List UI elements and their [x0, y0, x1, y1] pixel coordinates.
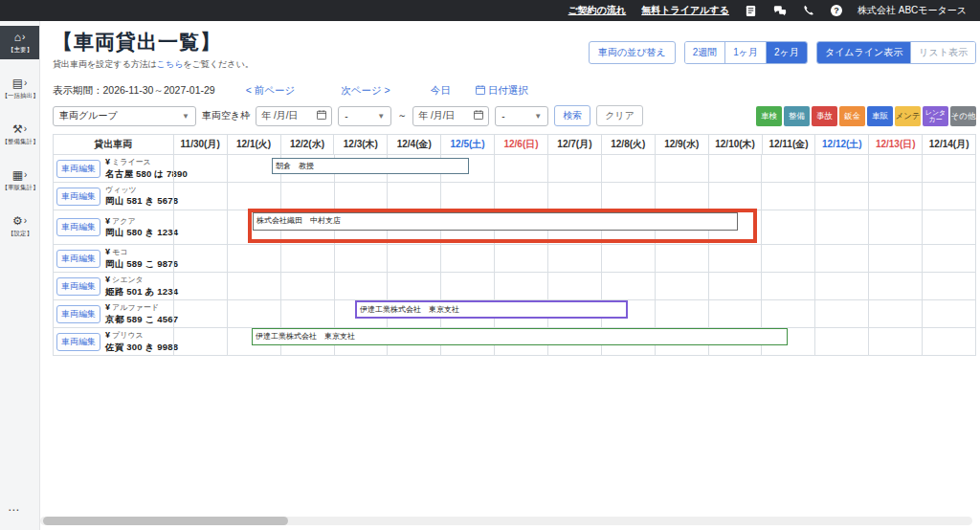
legend-button[interactable]: 整備 [784, 106, 810, 126]
vehicle-edit-button[interactable]: 車両編集 [56, 188, 100, 206]
day-cell[interactable] [280, 300, 334, 327]
end-date-input[interactable]: 年 /月/日 [412, 106, 489, 126]
day-cell[interactable] [868, 328, 922, 355]
date-select-link[interactable]: 日付選択 [476, 84, 528, 98]
day-cell[interactable] [761, 245, 814, 272]
day-cell[interactable] [868, 245, 922, 272]
view-button[interactable]: タイムライン表示 [817, 42, 910, 63]
day-cell[interactable] [547, 273, 601, 299]
help-icon[interactable]: ? [831, 5, 842, 16]
day-cell[interactable] [868, 183, 922, 210]
day-cell[interactable] [173, 300, 227, 327]
free-trial-link[interactable]: 無料トライアルする [641, 4, 729, 17]
day-cell[interactable] [173, 183, 227, 210]
day-cell[interactable] [814, 183, 868, 210]
start-time-select[interactable]: - ▼ [338, 106, 391, 126]
day-cell[interactable] [922, 328, 975, 355]
gantt-bar[interactable]: 株式会社織田 中村支店 [253, 212, 738, 231]
vehicle-edit-button[interactable]: 車両編集 [56, 218, 100, 236]
day-cell[interactable] [868, 273, 922, 299]
day-cell[interactable] [655, 183, 708, 210]
vehicle-edit-button[interactable]: 車両編集 [56, 333, 100, 351]
vehicle-group-select[interactable]: 車両グループ ▼ [53, 106, 196, 126]
day-cell[interactable] [440, 245, 494, 272]
clear-button[interactable]: クリア [596, 105, 643, 126]
day-cell[interactable] [708, 300, 762, 327]
day-cell[interactable] [708, 273, 762, 299]
sidebar-item[interactable]: ▤›【一括抽出】 [0, 72, 39, 105]
day-cell[interactable] [761, 273, 814, 299]
legend-button[interactable]: 鈑金 [839, 106, 865, 126]
start-date-input[interactable]: 年 /月/日 [256, 106, 332, 126]
gantt-bar[interactable]: 伊達工業株式会社 東京支社 [355, 300, 628, 319]
help-here-link[interactable]: こちら [157, 59, 184, 69]
day-cell[interactable] [547, 183, 601, 210]
range-button[interactable]: 1ヶ月 [724, 42, 766, 63]
day-cell[interactable] [334, 273, 388, 299]
day-cell[interactable] [814, 210, 868, 244]
day-cell[interactable] [868, 155, 922, 182]
prev-page-link[interactable]: < 前ページ [246, 84, 296, 98]
day-cell[interactable] [922, 155, 975, 182]
sidebar-item[interactable]: ⚙›【設定】 [0, 210, 39, 243]
range-button[interactable]: 2ヶ月 [766, 42, 807, 63]
day-cell[interactable] [601, 245, 655, 272]
today-link[interactable]: 今日 [431, 84, 451, 98]
day-cell[interactable] [814, 155, 868, 182]
vehicle-edit-button[interactable]: 車両編集 [56, 305, 100, 323]
day-cell[interactable] [547, 245, 601, 272]
day-cell[interactable] [922, 300, 975, 327]
day-cell[interactable] [814, 328, 868, 355]
legend-button[interactable]: レンタカー [923, 106, 948, 126]
gantt-bar[interactable]: 伊達工業株式会社 東京支社 [252, 328, 788, 345]
horizontal-scrollbar[interactable] [40, 517, 972, 525]
day-cell[interactable] [922, 210, 975, 244]
day-cell[interactable] [173, 155, 227, 182]
day-cell[interactable] [440, 183, 494, 210]
day-cell[interactable] [814, 300, 868, 327]
day-cell[interactable] [494, 273, 547, 299]
day-cell[interactable] [868, 210, 922, 244]
vehicle-edit-button[interactable]: 車両編集 [56, 250, 100, 268]
sidebar-item[interactable]: ⌂›【主要】 [0, 26, 39, 59]
vehicle-edit-button[interactable]: 車両編集 [56, 277, 100, 296]
day-cell[interactable] [387, 273, 440, 299]
day-cell[interactable] [922, 183, 975, 210]
day-cell[interactable] [761, 300, 814, 327]
day-cell[interactable] [387, 183, 440, 210]
day-cell[interactable] [655, 155, 708, 182]
day-cell[interactable] [334, 183, 388, 210]
day-cell[interactable] [494, 183, 547, 210]
day-cell[interactable] [922, 245, 975, 272]
day-cell[interactable] [280, 183, 334, 210]
day-cell[interactable] [494, 245, 547, 272]
search-button[interactable]: 検索 [554, 105, 590, 126]
legend-button[interactable]: メンテ [895, 106, 921, 126]
day-cell[interactable] [547, 155, 601, 182]
day-cell[interactable] [761, 183, 814, 210]
end-time-select[interactable]: - ▼ [495, 106, 548, 126]
sidebar-more-button[interactable]: ⋯ [8, 503, 20, 517]
day-cell[interactable] [173, 273, 227, 299]
day-cell[interactable] [601, 273, 655, 299]
day-cell[interactable] [655, 273, 708, 299]
day-cell[interactable] [601, 183, 655, 210]
day-cell[interactable] [708, 183, 762, 210]
day-cell[interactable] [280, 245, 334, 272]
day-cell[interactable] [494, 155, 547, 182]
day-cell[interactable] [922, 273, 975, 299]
day-cell[interactable] [440, 273, 494, 299]
day-cell[interactable] [173, 245, 227, 272]
day-cell[interactable] [868, 300, 922, 327]
day-cell[interactable] [655, 245, 708, 272]
day-cell[interactable] [601, 155, 655, 182]
vehicle-sort-button[interactable]: 車両の並び替え [589, 41, 676, 64]
phone-icon[interactable] [802, 4, 815, 17]
day-cell[interactable] [227, 300, 280, 327]
day-cell[interactable] [814, 245, 868, 272]
next-page-link[interactable]: 次ページ > [341, 84, 390, 98]
note-icon[interactable] [745, 4, 758, 17]
sidebar-item[interactable]: ⚒›【整備集計】 [0, 118, 39, 151]
day-cell[interactable] [227, 245, 280, 272]
day-cell[interactable] [708, 245, 762, 272]
